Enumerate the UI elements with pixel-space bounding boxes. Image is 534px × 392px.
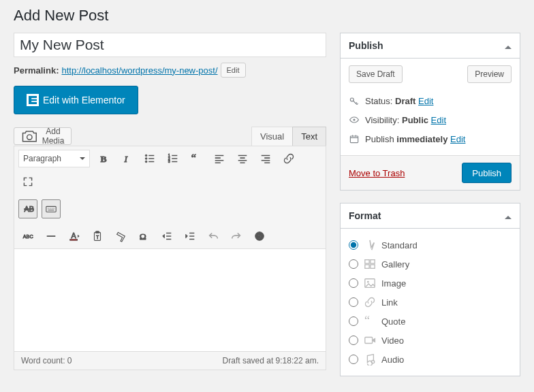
permalink-row: Permalink: http://localhost/wordpress/my… — [14, 63, 326, 78]
format-option-quote[interactable]: “Quote — [349, 312, 512, 331]
add-media-button[interactable]: Add Media — [14, 127, 72, 145]
content-textarea[interactable] — [14, 249, 326, 351]
visibility-edit-link[interactable]: Edit — [431, 115, 446, 125]
status-label: Status: — [365, 96, 392, 106]
elementor-logo-icon — [27, 94, 39, 106]
status-edit-link[interactable]: Edit — [418, 96, 433, 106]
abc-button[interactable]: ABC — [18, 227, 37, 246]
key-icon — [349, 95, 360, 106]
clear-formatting-button[interactable] — [111, 227, 130, 246]
permalink-label: Permalink: — [14, 65, 59, 76]
autosave-info: Draft saved at 9:18:22 am. — [223, 356, 319, 365]
block-format-select[interactable]: Paragraph — [18, 150, 90, 167]
blockquote-button[interactable]: “ — [187, 149, 206, 168]
format-panel-header[interactable]: Format — [341, 203, 520, 229]
strikethrough-button[interactable]: ABC — [18, 199, 37, 218]
save-draft-button[interactable]: Save Draft — [349, 65, 403, 83]
schedule-value: immediately — [396, 134, 447, 144]
format-option-audio[interactable]: Audio — [349, 350, 512, 369]
video-format-icon — [364, 334, 376, 346]
svg-rect-25 — [371, 260, 375, 263]
svg-text:“: “ — [364, 315, 370, 327]
format-panel-title: Format — [349, 210, 381, 221]
format-radio[interactable] — [349, 278, 358, 288]
outdent-button[interactable] — [157, 227, 176, 246]
format-option-link[interactable]: Link — [349, 293, 512, 312]
editor-toolbar: Paragraph B I 123 “ ABC — [14, 146, 326, 249]
undo-button[interactable] — [204, 227, 223, 246]
format-option-gallery[interactable]: Gallery — [349, 255, 512, 274]
eye-icon — [349, 114, 360, 125]
svg-text:3: 3 — [168, 159, 170, 163]
visibility-label: Visibility: — [365, 115, 399, 125]
move-to-trash-link[interactable]: Move to Trash — [349, 168, 405, 178]
svg-rect-11 — [46, 206, 56, 212]
publish-panel-header[interactable]: Publish — [341, 33, 520, 59]
edit-with-elementor-button[interactable]: Edit with Elementor — [14, 86, 138, 114]
svg-text:?: ? — [258, 233, 262, 240]
format-label: Video — [381, 336, 404, 346]
format-radio[interactable] — [349, 297, 358, 307]
svg-point-29 — [367, 281, 369, 283]
horizontal-rule-button[interactable] — [42, 227, 61, 246]
gallery-format-icon — [364, 258, 376, 270]
camera-icon — [21, 128, 38, 145]
redo-button[interactable] — [227, 227, 246, 246]
format-label: Link — [381, 297, 398, 308]
italic-button[interactable]: I — [117, 149, 136, 168]
svg-text:I: I — [123, 154, 128, 164]
align-center-button[interactable] — [233, 149, 252, 168]
format-radio[interactable] — [349, 355, 358, 364]
publish-panel-title: Publish — [349, 40, 383, 51]
format-radio[interactable] — [349, 259, 358, 269]
add-media-label: Add Media — [42, 127, 65, 146]
quote-format-icon: “ — [364, 315, 376, 327]
calendar-icon — [349, 133, 360, 144]
format-option-standard[interactable]: Standard — [349, 235, 512, 255]
align-right-button[interactable] — [256, 149, 275, 168]
preview-button[interactable]: Preview — [467, 65, 512, 83]
insert-link-button[interactable] — [279, 149, 298, 168]
format-option-video[interactable]: Video — [349, 331, 512, 350]
editor-status-bar: Word count: 0 Draft saved at 9:18:22 am. — [14, 351, 326, 370]
indent-button[interactable] — [180, 227, 200, 246]
fullscreen-button[interactable] — [18, 172, 37, 191]
image-format-icon — [364, 277, 376, 289]
format-option-image[interactable]: Image — [349, 274, 512, 293]
svg-rect-26 — [365, 265, 369, 268]
tab-visual[interactable]: Visual — [251, 127, 293, 146]
svg-rect-16 — [95, 231, 99, 233]
help-button[interactable]: ? — [250, 227, 269, 246]
format-label: Image — [381, 278, 406, 289]
special-character-button[interactable]: Ω — [134, 227, 153, 246]
svg-point-4 — [145, 158, 147, 160]
keyboard-button[interactable] — [42, 199, 61, 218]
paste-text-button[interactable]: T — [88, 227, 107, 246]
permalink-url[interactable]: http://localhost/wordpress/my-new-post/ — [61, 65, 217, 76]
bulleted-list-button[interactable] — [140, 149, 159, 168]
format-radio[interactable] — [349, 336, 358, 345]
text-color-button[interactable]: A — [65, 227, 84, 246]
svg-rect-14 — [70, 240, 78, 241]
align-left-button[interactable] — [210, 149, 229, 168]
permalink-edit-button[interactable]: Edit — [221, 63, 246, 78]
bold-button[interactable]: B — [94, 149, 113, 168]
main-column: Permalink: http://localhost/wordpress/my… — [14, 33, 326, 389]
post-title-input[interactable] — [14, 33, 326, 57]
schedule-label: Publish — [365, 134, 394, 144]
format-radio[interactable] — [349, 316, 358, 326]
schedule-edit-link[interactable]: Edit — [450, 134, 465, 144]
svg-text:T: T — [96, 235, 99, 240]
numbered-list-button[interactable]: 123 — [163, 149, 183, 168]
svg-rect-24 — [365, 260, 369, 263]
format-label: Standard — [381, 240, 418, 250]
format-radio[interactable] — [349, 240, 358, 250]
visibility-row: Visibility: Public Edit — [349, 110, 512, 129]
svg-rect-27 — [371, 265, 375, 268]
tab-text[interactable]: Text — [292, 127, 326, 146]
format-label: Gallery — [381, 259, 409, 270]
editor: Paragraph B I 123 “ ABC — [14, 146, 326, 370]
publish-button[interactable]: Publish — [462, 163, 512, 183]
svg-text:“: “ — [191, 152, 196, 165]
svg-text:B: B — [101, 154, 107, 164]
